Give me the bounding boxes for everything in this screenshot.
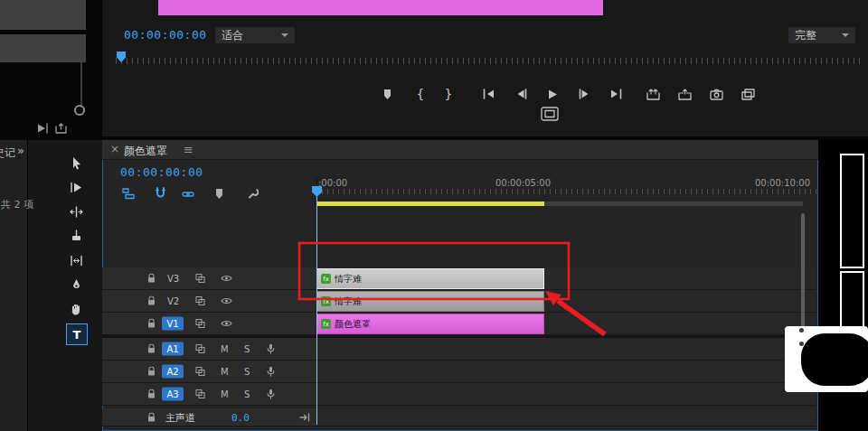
master-volume-value[interactable]: 0.0 xyxy=(231,411,250,423)
clip-v1-color-matte[interactable]: fx 颜色遮罩 xyxy=(316,314,544,334)
mute-button[interactable]: M xyxy=(221,367,229,377)
panel-menu-icon[interactable]: ≡ xyxy=(184,143,193,156)
step-back-button[interactable] xyxy=(512,85,530,103)
extract-button[interactable] xyxy=(675,85,693,103)
slip-tool-button[interactable] xyxy=(64,250,88,270)
playhead-line[interactable] xyxy=(316,192,317,425)
track-output-eye-icon[interactable] xyxy=(221,297,232,305)
background-window-fragment xyxy=(840,271,864,328)
panel-tab-fragment[interactable]: 史记 xyxy=(0,145,15,161)
track-target-a3[interactable]: A3 xyxy=(162,388,184,401)
scroll-dot-icon[interactable] xyxy=(799,342,804,346)
go-to-in-button[interactable] xyxy=(479,85,497,103)
selection-tool-button[interactable] xyxy=(64,153,88,173)
zoom-level-select[interactable]: 适合 xyxy=(215,27,295,43)
nest-sequence-toggle-icon[interactable] xyxy=(122,188,135,200)
ripple-edit-tool-button[interactable] xyxy=(64,201,88,221)
track-target-a2[interactable]: A2 xyxy=(162,365,184,379)
go-to-out-button[interactable] xyxy=(607,85,625,103)
scroll-knob-icon[interactable] xyxy=(74,105,85,116)
sync-lock-icon[interactable] xyxy=(195,367,205,377)
hand-tool-button[interactable] xyxy=(64,299,88,319)
track-output-eye-icon[interactable] xyxy=(221,320,232,328)
close-icon[interactable]: × xyxy=(110,143,119,155)
sync-lock-icon[interactable] xyxy=(195,274,205,284)
export-media-button[interactable] xyxy=(739,85,757,103)
type-tool-glyph: T xyxy=(73,328,81,342)
mark-out-button[interactable]: } xyxy=(439,85,458,103)
work-area-bar-active[interactable] xyxy=(316,201,544,206)
mute-button[interactable]: M xyxy=(221,389,229,399)
step-forward-button[interactable] xyxy=(575,85,593,103)
solo-button[interactable]: S xyxy=(244,389,250,399)
track-lane-a3[interactable] xyxy=(316,383,816,405)
voiceover-mic-icon[interactable] xyxy=(267,389,275,399)
track-name-v3[interactable]: V3 xyxy=(167,274,179,284)
timeline-settings-wrench-icon[interactable] xyxy=(247,188,259,200)
track-name-v2[interactable]: V2 xyxy=(167,296,179,306)
play-button[interactable] xyxy=(543,85,561,103)
program-timecode[interactable]: 00:00:00:00 xyxy=(124,28,207,42)
timeline-scrollbar[interactable] xyxy=(801,213,805,331)
timeline-tab-bar: × 颜色遮罩 ≡ xyxy=(102,140,818,160)
sync-lock-icon[interactable] xyxy=(195,389,205,399)
monitor-time-ruler[interactable] xyxy=(116,58,863,64)
timeline-timecode[interactable]: 00:00:00:00 xyxy=(120,165,203,179)
voiceover-mic-icon[interactable] xyxy=(267,366,275,377)
clip-v3[interactable]: fx 情字难 xyxy=(316,268,544,289)
track-lock-icon[interactable] xyxy=(147,296,156,306)
play-in-to-out-icon[interactable] xyxy=(36,123,49,134)
voiceover-mic-icon[interactable] xyxy=(267,343,275,354)
sync-lock-icon[interactable] xyxy=(195,319,205,329)
track-lock-icon[interactable] xyxy=(147,412,156,422)
clip-v2[interactable]: fx 情字难 xyxy=(316,291,544,312)
razor-tool-button[interactable] xyxy=(64,226,88,246)
sync-lock-icon[interactable] xyxy=(195,296,205,306)
solo-button[interactable]: S xyxy=(244,344,250,354)
pan-bind-icon[interactable] xyxy=(299,412,311,422)
track-lock-icon[interactable] xyxy=(147,319,156,329)
safe-margins-button[interactable] xyxy=(541,107,559,121)
track-lock-icon[interactable] xyxy=(147,389,156,399)
type-tool-button[interactable]: T xyxy=(66,323,88,345)
track-select-tool-button[interactable] xyxy=(64,177,88,197)
fx-badge-icon: fx xyxy=(321,296,331,306)
playhead-head-icon[interactable] xyxy=(312,186,322,197)
mark-in-glyph: { xyxy=(417,87,425,101)
track-output-eye-icon[interactable] xyxy=(221,275,232,283)
track-lock-icon[interactable] xyxy=(147,367,156,377)
track-target-v1[interactable]: V1 xyxy=(162,317,184,331)
sync-lock-icon[interactable] xyxy=(195,344,205,354)
track-lock-icon[interactable] xyxy=(147,344,156,354)
track-lane-master[interactable] xyxy=(316,408,816,426)
timeline-panel: × 颜色遮罩 ≡ 00:00:00:00 :00:00 00:00:05:00 … xyxy=(102,140,818,431)
track-lane-a2[interactable] xyxy=(316,361,816,382)
tab-overflow-button[interactable]: » xyxy=(17,144,24,157)
add-marker-icon[interactable] xyxy=(214,188,224,200)
track-target-a1[interactable]: A1 xyxy=(162,342,184,356)
project-item-thumbnail xyxy=(0,34,86,62)
mark-out-glyph: } xyxy=(445,87,453,101)
snap-magnet-icon[interactable] xyxy=(155,187,166,200)
track-header-a3: A3 M S xyxy=(102,383,316,405)
lift-button[interactable] xyxy=(644,85,662,103)
export-frame-button[interactable] xyxy=(707,85,725,103)
mark-in-button[interactable]: { xyxy=(411,85,429,103)
mute-button[interactable]: M xyxy=(221,344,229,354)
tab-sequence-title[interactable]: 颜色遮罩 xyxy=(124,144,167,159)
chevron-down-icon xyxy=(842,33,849,37)
export-icon[interactable] xyxy=(55,123,67,134)
scrollbar-track[interactable] xyxy=(80,62,82,108)
track-header-a1: A1 M S xyxy=(102,338,316,360)
timeline-ruler[interactable] xyxy=(316,189,816,194)
pen-tool-button[interactable] xyxy=(64,275,88,295)
linked-selection-icon[interactable] xyxy=(182,190,194,199)
track-lock-icon[interactable] xyxy=(147,274,156,284)
scroll-dot-icon[interactable] xyxy=(799,328,804,333)
solo-button[interactable]: S xyxy=(244,367,250,377)
track-lane-a1[interactable] xyxy=(316,338,816,360)
playback-quality-select[interactable]: 完整 xyxy=(788,27,855,43)
add-marker-button[interactable] xyxy=(378,85,396,103)
clip-label: 情字难 xyxy=(335,295,362,308)
zoom-level-value: 适合 xyxy=(222,28,243,43)
